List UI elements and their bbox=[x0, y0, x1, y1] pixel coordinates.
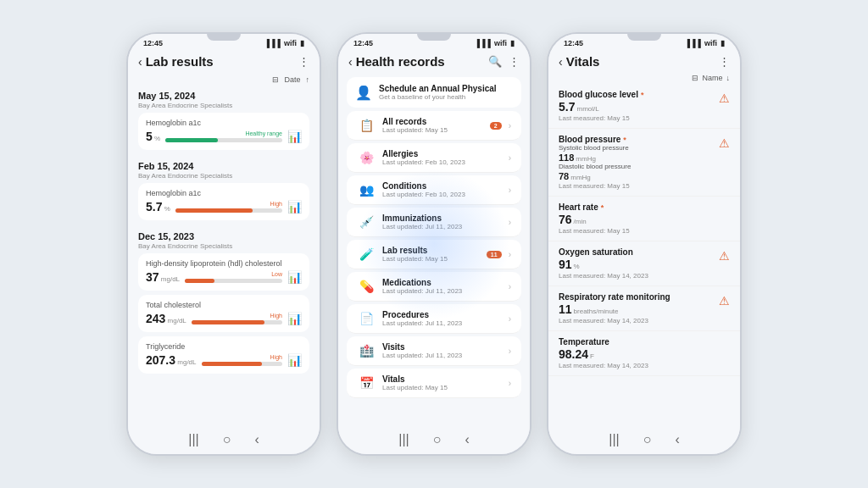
nav-home-icon-3[interactable]: ○ bbox=[643, 432, 652, 447]
health-list-item[interactable]: 🏥VisitsLast updated: Jul 11, 2023› bbox=[347, 336, 521, 366]
nav-bar-1: ||| ○ ‹ bbox=[128, 427, 320, 454]
lab-date-group: May 15, 2024Bay Area Endocrine Specialis… bbox=[128, 86, 320, 156]
vitals-content[interactable]: Blood glucose level *5.7 mmol/LLast meas… bbox=[548, 84, 740, 427]
vitals-item-name: Heart rate * bbox=[559, 202, 630, 212]
sort-up-icon: ↑ bbox=[306, 75, 310, 84]
health-content[interactable]: 👤Schedule an Annual PhysicalGet a baseli… bbox=[338, 72, 530, 427]
vitals-sort-label[interactable]: Name bbox=[702, 74, 722, 82]
more-icon-3[interactable]: ⋮ bbox=[719, 55, 730, 68]
vitals-item[interactable]: Blood pressure *Systolic blood pressure1… bbox=[548, 129, 740, 197]
health-list-item[interactable]: 📋All recordsLast updated: May 152› bbox=[347, 111, 521, 141]
phones-container: 12:45 ▐▐▐ wifi ▮ ‹ Lab results ⋮ ⊟ Date … bbox=[109, 15, 759, 473]
bar-label: Low bbox=[185, 271, 282, 277]
bar-label: Healthy range bbox=[165, 130, 282, 136]
vitals-item-name: Blood pressure * bbox=[559, 135, 631, 144]
health-list-item-icon: 🌸 bbox=[357, 151, 376, 164]
back-button-2[interactable]: ‹ bbox=[348, 55, 353, 69]
lab-item-name: High-density lipoprotein (hdl) cholester… bbox=[146, 259, 302, 268]
lab-date-group: Feb 15, 2024Bay Area Endocrine Specialis… bbox=[128, 156, 320, 226]
bar-track bbox=[165, 138, 282, 142]
time-2: 12:45 bbox=[353, 39, 373, 47]
health-list-item-icon: 💉 bbox=[357, 215, 376, 229]
nav-back-icon-3[interactable]: ‹ bbox=[675, 432, 679, 447]
health-list-text: ProceduresLast updated: Jul 11, 2023 bbox=[382, 310, 502, 327]
promo-text: Schedule an Annual PhysicalGet a baselin… bbox=[379, 84, 497, 101]
page-title-3: Vitals bbox=[566, 54, 719, 69]
lab-date-header: Dec 15, 2023 bbox=[138, 231, 309, 241]
lab-item[interactable]: High-density lipoprotein (hdl) cholester… bbox=[138, 253, 309, 291]
vitals-item-name: Temperature bbox=[559, 337, 648, 347]
signal-icon-2: ▐▐▐ bbox=[475, 39, 491, 47]
bar-fill bbox=[192, 320, 264, 324]
lab-clinic: Bay Area Endocrine Specialists bbox=[138, 172, 309, 180]
bar-track bbox=[192, 320, 282, 324]
vitals-unit: % bbox=[574, 263, 580, 270]
vitals-last-measured: Last measured: May 14, 2023 bbox=[559, 317, 670, 324]
vitals-item-name: Blood glucose level * bbox=[559, 90, 643, 99]
lab-item[interactable]: Total cholesterol243 mg/dLHigh📊 bbox=[138, 295, 309, 332]
status-icons-3: ▐▐▐ wifi ▮ bbox=[685, 39, 725, 47]
vitals-extra-value-row: 118 mmHg bbox=[559, 152, 631, 163]
lab-clinic: Bay Area Endocrine Specialists bbox=[138, 242, 309, 250]
vitals-item[interactable]: Respiratory rate monitoring11 breaths/mi… bbox=[548, 286, 740, 331]
more-icon-1[interactable]: ⋮ bbox=[298, 55, 309, 68]
back-button-1[interactable]: ‹ bbox=[138, 55, 142, 69]
health-list-item[interactable]: 👥ConditionsLast updated: Feb 10, 2023› bbox=[347, 175, 521, 205]
health-list-item[interactable]: 📅VitalsLast updated: May 15› bbox=[347, 369, 521, 398]
lab-item[interactable]: Triglyceride207.3 mg/dLHigh📊 bbox=[138, 336, 309, 374]
vitals-item[interactable]: Temperature98.24 FLast measured: May 14,… bbox=[548, 331, 740, 376]
health-list-item[interactable]: 🧪Lab resultsLast updated: May 1511› bbox=[347, 240, 521, 269]
battery-icon: ▮ bbox=[300, 39, 304, 47]
signal-icon: ▐▐▐ bbox=[264, 39, 281, 47]
bar-fill bbox=[175, 208, 253, 213]
sort-label-1[interactable]: Date bbox=[284, 75, 300, 84]
bar-fill bbox=[202, 362, 263, 366]
lab-item-row: 37 mg/dLLow📊 bbox=[146, 269, 302, 285]
back-button-3[interactable]: ‹ bbox=[559, 55, 563, 69]
lab-item-row: 207.3 mg/dLHigh📊 bbox=[146, 352, 302, 368]
health-list-item[interactable]: 💊MedicationsLast updated: Jul 11, 2023› bbox=[347, 272, 521, 302]
vitals-extra-unit: mmHg bbox=[570, 174, 591, 181]
lab-clinic: Bay Area Endocrine Specialists bbox=[138, 102, 309, 109]
health-list-name: All records bbox=[382, 117, 483, 126]
battery-icon-3: ▮ bbox=[721, 39, 725, 47]
bar-fill bbox=[185, 279, 214, 283]
bar-track bbox=[202, 362, 282, 366]
vitals-alert-icon: ⚠ bbox=[719, 249, 730, 263]
nav-bar-3: ||| ○ ‹ bbox=[548, 427, 740, 454]
lab-bar-area: Low bbox=[185, 271, 282, 283]
health-promo[interactable]: 👤Schedule an Annual PhysicalGet a baseli… bbox=[347, 77, 521, 108]
nav-menu-icon-2[interactable]: ||| bbox=[398, 432, 409, 447]
health-list-text: Lab resultsLast updated: May 15 bbox=[382, 246, 480, 263]
vitals-item[interactable]: Heart rate *76 /minLast measured: May 15 bbox=[548, 197, 740, 241]
nav-menu-icon-1[interactable]: ||| bbox=[188, 432, 198, 447]
sort-bar-1: ⊟ Date ↑ bbox=[128, 72, 320, 86]
health-list-item[interactable]: 🌸AllergiesLast updated: Feb 10, 2023› bbox=[347, 143, 521, 173]
lab-item-value: 207.3 mg/dL bbox=[146, 352, 197, 368]
more-icon-2[interactable]: ⋮ bbox=[509, 55, 520, 68]
phone-vitals: 12:45 ▐▐▐ wifi ▮ ‹ Vitals ⋮ ⊟ Name ↓ Blo… bbox=[547, 32, 742, 456]
nav-back-icon-2[interactable]: ‹ bbox=[465, 432, 469, 447]
signal-icon-3: ▐▐▐ bbox=[685, 39, 701, 47]
lab-item-value: 243 mg/dL bbox=[146, 311, 186, 326]
lab-item-row: 5.7 %High📊 bbox=[146, 199, 302, 214]
health-list-name: Allergies bbox=[382, 149, 502, 158]
nav-menu-icon-3[interactable]: ||| bbox=[609, 432, 619, 447]
header-3: ‹ Vitals ⋮ bbox=[548, 49, 740, 72]
lab-item[interactable]: Hemoglobin a1c5.7 %High📊 bbox=[138, 183, 309, 220]
health-list-item[interactable]: 📄ProceduresLast updated: Jul 11, 2023› bbox=[347, 304, 521, 334]
search-icon-2[interactable]: 🔍 bbox=[488, 55, 502, 68]
health-list-sub: Last updated: Feb 10, 2023 bbox=[382, 158, 502, 166]
nav-home-icon-2[interactable]: ○ bbox=[433, 432, 442, 447]
nav-back-icon-1[interactable]: ‹ bbox=[254, 432, 259, 447]
nav-home-icon-1[interactable]: ○ bbox=[223, 432, 231, 447]
lab-date-header: May 15, 2024 bbox=[138, 91, 309, 101]
lab-item[interactable]: Hemoglobin a1c5 %Healthy range📊 bbox=[138, 113, 309, 150]
vitals-last-measured: Last measured: May 15 bbox=[559, 227, 630, 235]
health-list-item[interactable]: 💉ImmunizationsLast updated: Jul 11, 2023… bbox=[347, 208, 521, 237]
vitals-item[interactable]: Blood glucose level *5.7 mmol/LLast meas… bbox=[548, 84, 740, 129]
health-list-item-icon: 📄 bbox=[357, 312, 376, 325]
vitals-item[interactable]: Oxygen saturation91 %Last measured: May … bbox=[548, 241, 740, 286]
lab-content[interactable]: May 15, 2024Bay Area Endocrine Specialis… bbox=[128, 86, 320, 427]
health-list-badge: 2 bbox=[490, 122, 502, 130]
